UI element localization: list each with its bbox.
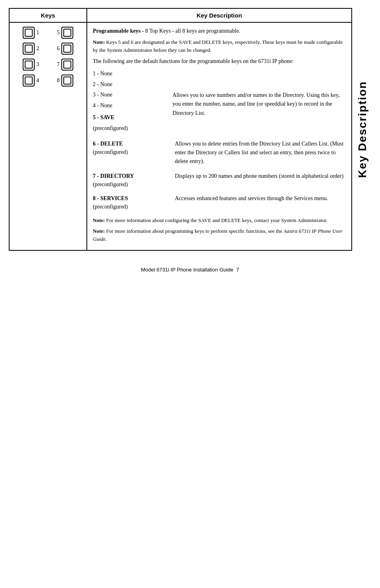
- key-item-6: 6: [57, 43, 73, 55]
- key-icon-6: [61, 43, 73, 55]
- note-line-3: Note: For more information about program…: [93, 227, 346, 243]
- key-number-4: 4: [36, 77, 39, 84]
- key-label-3: 3 - None: [93, 90, 166, 100]
- delete-label: 6 - DELETE (preconfigured): [93, 140, 168, 156]
- footer-text: Model 6731i IP Phone Installation Guide: [141, 267, 233, 273]
- content-area: Keys Key Description 1: [9, 8, 352, 251]
- delete-key-sub: (preconfigured): [93, 149, 128, 155]
- key-item-8: 8: [57, 75, 73, 87]
- header-description: Key Description: [87, 8, 352, 22]
- key-icon-8: [61, 75, 73, 87]
- programmable-header: Programmable keys - 8 Top Keys - all 8 k…: [93, 27, 346, 35]
- key-list-section: 1 - None 2 - None 3 - None 4 - None 5 - …: [93, 69, 346, 134]
- page-wrapper: Keys Key Description 1: [9, 8, 371, 572]
- delete-description: Allows you to delete entries from the Di…: [175, 140, 346, 166]
- services-description: Accesses enhanced features and services …: [175, 194, 346, 203]
- key-label-5: 5 - SAVE: [93, 114, 114, 120]
- key-icon-2: [23, 43, 35, 55]
- key-item-2: 2: [23, 43, 39, 55]
- key-item-1: 1: [23, 27, 39, 39]
- directory-section: 7 - DIRECTORY (preconfigured) Displays u…: [93, 172, 346, 189]
- programmable-bold: Programmable keys: [93, 28, 141, 34]
- header-keys: Keys: [9, 8, 87, 22]
- key-labels: 1 - None 2 - None 3 - None 4 - None 5 - …: [93, 69, 172, 134]
- key-item-7: 7: [57, 59, 73, 71]
- note-text-1: Keys 5 and 6 are designated as the SAVE …: [93, 39, 343, 53]
- delete-key-label: 6 - DELETE: [93, 141, 123, 147]
- note-text-2: For more information about configuring t…: [105, 217, 327, 223]
- key-item-3: 3: [23, 59, 39, 71]
- save-description: Allows you to save numbers and/or names …: [172, 69, 346, 134]
- note-line-2: Note: For more information about configu…: [93, 216, 346, 224]
- key-label-2: 2 - None: [93, 79, 166, 90]
- services-section: 8 - SERVICES (preconfigured) Accesses en…: [93, 194, 346, 211]
- key-item-4: 4: [23, 75, 39, 87]
- key-number-2: 2: [36, 45, 39, 52]
- footer: Model 6731i IP Phone Installation Guide …: [9, 267, 371, 273]
- key-label-4: 4 - None: [93, 100, 166, 111]
- note-end-3: .: [106, 236, 107, 242]
- note-label-3: Note:: [93, 228, 105, 234]
- services-key-sub: (preconfigured): [93, 204, 128, 210]
- key-number-1: 1: [36, 29, 39, 36]
- key-number-6: 6: [57, 45, 60, 52]
- programmable-text: - 8 Top Keys - all 8 keys are programmab…: [141, 28, 240, 34]
- key-number-8: 8: [57, 77, 60, 84]
- keys-grid: 1 5 2: [15, 27, 81, 87]
- note-label-1: Note:: [93, 39, 105, 45]
- key-icon-4: [23, 75, 35, 87]
- key-label-1: 1 - None: [93, 69, 166, 79]
- default-functions-text: The following are the default functions …: [93, 57, 346, 65]
- key-icon-1: [23, 27, 35, 39]
- directory-label: 7 - DIRECTORY (preconfigured): [93, 172, 168, 189]
- key-number-5: 5: [57, 29, 60, 36]
- key-number-7: 7: [57, 61, 60, 68]
- note-label-2: Note:: [93, 217, 105, 223]
- key-icon-3: [23, 59, 35, 71]
- main-table: Keys Key Description 1: [9, 8, 352, 251]
- key-sub-5: (preconfigured): [93, 125, 128, 131]
- sidebar-wrapper: Keys Key Description 1: [9, 8, 371, 251]
- key-label-5-wrapper: 5 - SAVE (preconfigured): [93, 112, 166, 134]
- services-label: 8 - SERVICES (preconfigured): [93, 194, 168, 211]
- directory-key-sub: (preconfigured): [93, 181, 128, 187]
- delete-section: 6 - DELETE (preconfigured) Allows you to…: [93, 140, 346, 166]
- directory-description: Displays up to 200 names and phone numbe…: [175, 172, 346, 181]
- vertical-sidebar-label: Key Description: [354, 8, 371, 251]
- key-item-5: 5: [57, 27, 73, 39]
- key-icon-7: [61, 59, 73, 71]
- key-icon-5: [61, 27, 73, 39]
- note-line-1: Note: Keys 5 and 6 are designated as the…: [93, 38, 346, 54]
- note-text-3: For more information about programming k…: [105, 228, 283, 234]
- services-key-label: 8 - SERVICES: [93, 195, 128, 201]
- desc-cell: Programmable keys - 8 Top Keys - all 8 k…: [87, 22, 352, 250]
- keys-cell: 1 5 2: [9, 22, 87, 250]
- key-number-3: 3: [36, 61, 39, 68]
- directory-key-label: 7 - DIRECTORY: [93, 173, 134, 179]
- footer-page: 7: [236, 267, 239, 273]
